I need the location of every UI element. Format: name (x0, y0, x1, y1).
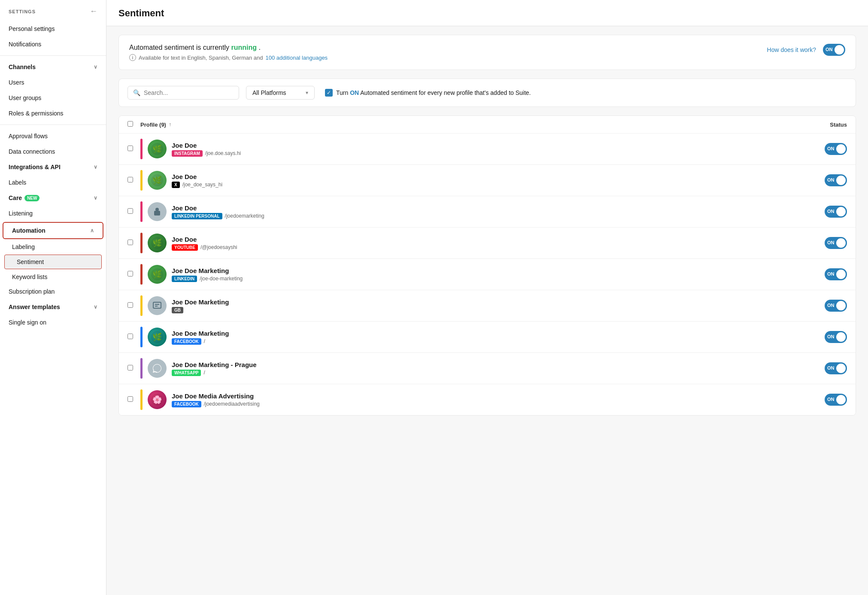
sidebar-item-listening[interactable]: Listening (0, 206, 106, 221)
profile-select-checkbox[interactable] (127, 208, 133, 214)
sidebar-item-automation[interactable]: Automation ∧ (3, 223, 103, 238)
sidebar-item-user-groups[interactable]: User groups (0, 90, 106, 106)
profile-toggle[interactable]: ON (825, 237, 847, 249)
status-text: Automated sentiment is currently running… (129, 44, 328, 52)
chevron-down-icon: ∨ (94, 195, 97, 201)
profile-toggle[interactable]: ON (825, 362, 847, 374)
profile-name: Joe Doe Media Advertising (172, 392, 260, 400)
table-row: 🌿 Joe Doe Marketing FACEBOOK / ON (119, 322, 856, 353)
profile-toggle[interactable]: ON (825, 143, 847, 155)
sidebar-item-subscription-plan[interactable]: Subscription plan (0, 284, 106, 299)
row-status: ON (804, 206, 847, 218)
row-checkbox[interactable] (127, 396, 140, 403)
sidebar-item-integrations-api[interactable]: Integrations & API ∨ (0, 159, 106, 175)
profile-handle: /joe_doe_says_hi (182, 182, 222, 188)
profile-handle: /joedoemarketing (225, 213, 264, 219)
row-checkbox[interactable] (127, 365, 140, 372)
sidebar-item-answer-templates[interactable]: Answer templates ∨ (0, 299, 106, 315)
profile-select-checkbox[interactable] (127, 177, 133, 182)
sidebar-item-channels[interactable]: Channels ∨ (0, 59, 106, 75)
sidebar-sub-item-sentiment[interactable]: Sentiment (5, 255, 101, 269)
select-all-checkbox[interactable] (127, 121, 133, 127)
how-it-works-link[interactable]: How does it work? (767, 46, 816, 53)
table-row: 🌿 Joe Doe YOUTUBE /@joedoesayshi ON (119, 228, 856, 259)
platform-badge: YOUTUBE (172, 244, 198, 251)
profile-details: Joe Doe Media Advertising FACEBOOK /joed… (172, 392, 260, 407)
platform-dropdown[interactable]: All Platforms ▾ (246, 86, 315, 100)
profile-meta: FACEBOOK / (172, 338, 229, 345)
svg-rect-10 (153, 302, 161, 308)
profile-meta: YOUTUBE /@joedoesayshi (172, 244, 237, 251)
chevron-down-icon: ▾ (306, 90, 308, 96)
sidebar: SETTINGS ← Personal settings Notificatio… (0, 0, 106, 595)
profile-handle: / (204, 338, 205, 344)
platform-badge: INSTAGRAM (172, 150, 203, 157)
profile-select-checkbox[interactable] (127, 146, 133, 151)
profile-toggle[interactable]: ON (825, 206, 847, 218)
profile-handle: /joe.doe.says.hi (205, 150, 241, 156)
row-checkbox[interactable] (127, 177, 140, 184)
row-checkbox[interactable] (127, 208, 140, 215)
profile-name: Joe Doe (172, 173, 222, 180)
main-toggle[interactable]: ON (823, 44, 845, 56)
row-checkbox[interactable] (127, 146, 140, 152)
profile-select-checkbox[interactable] (127, 302, 133, 308)
sidebar-title: SETTINGS (9, 9, 36, 14)
profile-select-checkbox[interactable] (127, 240, 133, 245)
row-checkbox[interactable] (127, 240, 140, 246)
auto-sentiment-checkbox[interactable]: ✓ (325, 89, 333, 97)
avatar (148, 296, 167, 315)
profile-toggle[interactable]: ON (825, 331, 847, 343)
profile-handle: / (203, 370, 205, 376)
svg-point-5 (155, 208, 159, 211)
back-button[interactable]: ← (90, 7, 97, 16)
sidebar-item-notifications[interactable]: Notifications (0, 36, 106, 52)
color-bar (140, 264, 143, 285)
profile-toggle[interactable]: ON (825, 268, 847, 280)
svg-text:🌿: 🌿 (152, 332, 162, 342)
sidebar-item-approval-flows[interactable]: Approval flows (0, 128, 106, 144)
profile-info: 🌿 Joe Doe YOUTUBE /@joedoesayshi (140, 233, 804, 253)
sidebar-item-roles-permissions[interactable]: Roles & permissions (0, 106, 106, 121)
chevron-up-icon: ∧ (90, 228, 94, 234)
status-header: Status (804, 121, 847, 128)
search-box[interactable]: 🔍 (127, 86, 239, 100)
table-row: Joe Doe LINKEDIN PERSONAL /joedoemarketi… (119, 196, 856, 228)
search-icon: 🔍 (133, 89, 140, 96)
table-row: 🌸 Joe Doe Media Advertising FACEBOOK /jo… (119, 384, 856, 415)
profile-info: 🌸 Joe Doe Media Advertising FACEBOOK /jo… (140, 389, 804, 410)
profile-toggle[interactable]: ON (825, 300, 847, 312)
platform-badge: WHATSAPP (172, 370, 201, 376)
profile-select-checkbox[interactable] (127, 396, 133, 402)
profile-info: Joe Doe Marketing - Prague WHATSAPP / (140, 358, 804, 379)
profile-select-checkbox[interactable] (127, 271, 133, 276)
profile-toggle[interactable]: ON (825, 174, 847, 186)
sidebar-sub-item-keyword-lists[interactable]: Keyword lists (0, 270, 106, 284)
sort-arrow-icon[interactable]: ↑ (169, 121, 171, 128)
profile-select-checkbox[interactable] (127, 334, 133, 339)
sidebar-item-personal-settings[interactable]: Personal settings (0, 21, 106, 36)
row-checkbox[interactable] (127, 334, 140, 340)
search-input[interactable] (144, 89, 234, 96)
profile-details: Joe Doe LINKEDIN PERSONAL /joedoemarketi… (172, 204, 264, 219)
profile-name: Joe Doe (172, 236, 237, 243)
profile-details: Joe Doe Marketing - Prague WHATSAPP / (172, 361, 257, 376)
on-label: ON (350, 89, 359, 96)
profiles-table: Profile (9) ↑ Status 🌿 Joe Doe INSTAGRAM… (118, 115, 856, 416)
row-status: ON (804, 174, 847, 186)
status-banner-right: How does it work? ON (767, 44, 845, 56)
additional-languages-link[interactable]: 100 additional languages (266, 55, 328, 61)
row-checkbox[interactable] (127, 271, 140, 278)
profile-toggle[interactable]: ON (825, 394, 847, 406)
sidebar-item-single-sign-on[interactable]: Single sign on (0, 315, 106, 330)
sidebar-item-users[interactable]: Users (0, 75, 106, 90)
row-checkbox[interactable] (127, 302, 140, 309)
sidebar-item-labels[interactable]: Labels (0, 175, 106, 190)
sidebar-sub-item-labeling[interactable]: Labeling (0, 240, 106, 254)
profile-select-checkbox[interactable] (127, 365, 133, 370)
sidebar-item-care[interactable]: Care NEW ∨ (0, 190, 106, 206)
profile-details: Joe Doe X /joe_doe_says_hi (172, 173, 222, 188)
sidebar-item-data-connections[interactable]: Data connections (0, 144, 106, 159)
svg-text:🌿: 🌿 (152, 176, 162, 185)
svg-text:🌿: 🌿 (152, 238, 162, 248)
